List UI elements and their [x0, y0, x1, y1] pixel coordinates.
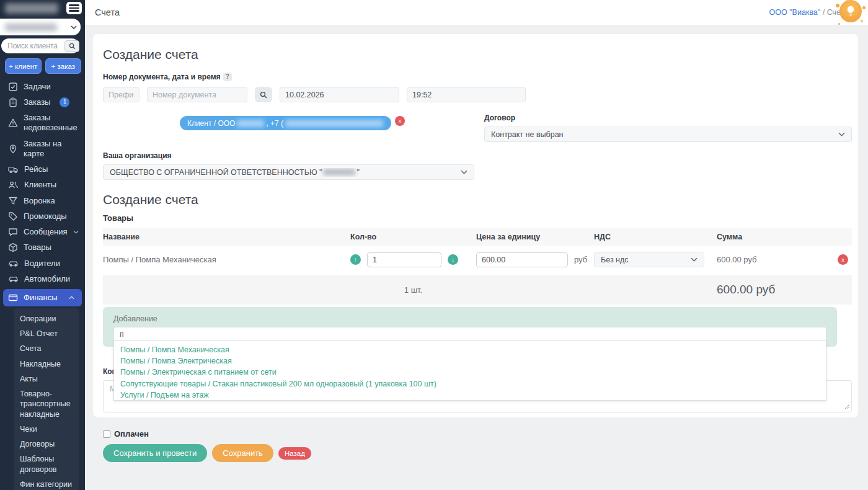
- sidebar-item-messages[interactable]: Сообщения: [0, 225, 85, 240]
- sidebar-item-orders-on-map[interactable]: Заказы на карте: [0, 136, 85, 162]
- sidebar-item-trips[interactable]: Рейсы: [0, 162, 85, 177]
- sidebar-item-drivers[interactable]: Водители: [0, 256, 85, 271]
- qty-cell: ↑ ↓: [350, 246, 476, 274]
- time-input[interactable]: [407, 87, 526, 102]
- back-button[interactable]: Назад: [278, 447, 311, 460]
- row-sum: 600.00 руб: [717, 255, 757, 264]
- suggestion-item[interactable]: Помпы / Помпа Механическая: [114, 344, 826, 355]
- help-icon[interactable]: ?: [223, 73, 232, 81]
- organization-label: Ваша организация: [103, 151, 172, 160]
- menu-toggle-icon[interactable]: [66, 2, 82, 14]
- submenu-item-waybills[interactable]: Накладные: [14, 357, 79, 372]
- vat-select[interactable]: Без ндс: [594, 252, 704, 267]
- vat-select-value: Без ндс: [601, 256, 629, 264]
- suggestion-item[interactable]: Помпы / Электрическая с питанием от сети: [114, 367, 826, 378]
- lightbulb-icon: [839, 0, 862, 22]
- resize-handle-icon[interactable]: [844, 403, 850, 409]
- contract-column: Договор Контракт не выбран: [474, 112, 852, 142]
- chevron-down-icon: [71, 25, 77, 29]
- submenu-item-receipts[interactable]: Чеки: [14, 422, 79, 437]
- sidebar-item-cars[interactable]: Автомобили: [0, 271, 85, 287]
- product-name: Помпы / Помпа Механическая: [103, 249, 350, 270]
- save-button[interactable]: Сохранить: [212, 444, 273, 462]
- qty-decrease-button[interactable]: ↓: [448, 254, 458, 265]
- sidebar-item-orders[interactable]: Заказы 1: [0, 94, 85, 110]
- client-name-blurred: [237, 120, 264, 127]
- sidebar-item-finance[interactable]: Финансы: [3, 289, 82, 306]
- add-product-search-input[interactable]: [113, 327, 826, 342]
- organization-name-suffix: ": [356, 168, 359, 177]
- total-sum: 600.00 руб: [717, 283, 852, 296]
- organization-name-prefix: ОБЩЕСТВО С ОГРАНИЧЕННОЙ ОТВЕТСТВЕННОСТЬЮ…: [110, 168, 322, 177]
- hint-lightbulb-button[interactable]: [837, 0, 864, 26]
- sidebar-item-undelivered-orders[interactable]: Заказы недовезенные: [0, 110, 85, 136]
- nav-label: Промокоды: [24, 212, 67, 221]
- contract-select-value: Контракт не выбран: [491, 130, 564, 139]
- invoice-form-card: Создание счета Номер документа, дата и в…: [93, 34, 858, 417]
- sidebar-item-promocodes[interactable]: Промокоды: [0, 208, 85, 224]
- sidebar-item-clients[interactable]: Клиенты: [0, 177, 85, 193]
- add-product-panel: Добавление Помпы / Помпа Механическая По…: [103, 307, 837, 347]
- sidebar-item-tasks[interactable]: Задачи: [0, 79, 85, 94]
- submenu-item-acts[interactable]: Акты: [14, 372, 79, 386]
- sidebar-item-funnel[interactable]: Воронка: [0, 193, 85, 208]
- contract-select[interactable]: Контракт не выбран: [484, 127, 852, 142]
- doc-number-input[interactable]: [147, 87, 247, 102]
- suggestion-item[interactable]: Сопутствующие товары / Стакан пластиковы…: [114, 378, 826, 390]
- map-pin-icon: [8, 144, 18, 154]
- workspace-name-blurred: [5, 24, 57, 31]
- submenu-item-fin-categories[interactable]: Фин категории: [14, 477, 79, 490]
- paid-checkbox-row: Оплачен: [103, 429, 852, 439]
- col-price: Цена за единицу: [476, 228, 594, 246]
- car-icon: [8, 274, 19, 284]
- nav-label: Автомобили: [24, 274, 70, 284]
- qty-increase-button[interactable]: ↑: [350, 254, 361, 265]
- remove-client-button[interactable]: x: [395, 116, 405, 126]
- warning-icon: [8, 118, 18, 128]
- client-contract-row: Клиент / ООО , +7 ( x Договор Контракт н…: [103, 112, 852, 142]
- workspace-select[interactable]: [0, 19, 81, 35]
- submenu-item-transport-waybills[interactable]: Товарно-транспортные накладные: [14, 386, 79, 422]
- nav-label: Сообщения: [24, 227, 68, 237]
- product-row: Помпы / Помпа Механическая ↑ ↓ руб Без н…: [103, 246, 852, 274]
- submenu-item-pl-report[interactable]: P&L Отчет: [14, 326, 79, 341]
- organization-select[interactable]: ОБЩЕСТВО С ОГРАНИЧЕННОЙ ОТВЕТСТВЕННОСТЬЮ…: [103, 164, 474, 180]
- sidebar-item-goods[interactable]: Товары: [0, 240, 85, 256]
- col-sum: Сумма: [717, 228, 852, 246]
- form-title: Создание счета: [103, 47, 852, 62]
- submenu-item-contract-templates[interactable]: Шаблоны договоров: [14, 452, 79, 477]
- nav-label: Воронка: [24, 196, 55, 206]
- paid-checkbox[interactable]: [103, 430, 110, 438]
- currency-label: руб: [574, 255, 587, 264]
- remove-row-button[interactable]: x: [838, 254, 848, 265]
- breadcrumb-company-link[interactable]: ООО "Виаква": [769, 8, 820, 17]
- price-input[interactable]: [476, 252, 568, 267]
- date-input[interactable]: [280, 87, 399, 102]
- qty-input[interactable]: [367, 252, 441, 267]
- suggestion-item[interactable]: Помпы / Помпа Электрическая: [114, 355, 826, 367]
- suggestion-item[interactable]: Услуги / Подъем на этаж: [114, 390, 826, 401]
- contract-label: Договор: [484, 114, 515, 122]
- breadcrumb-separator: /: [823, 8, 827, 17]
- submenu-item-contracts[interactable]: Договоры: [14, 437, 79, 452]
- products-label: Товары: [103, 213, 852, 223]
- submenu-item-operations[interactable]: Операции: [14, 311, 79, 326]
- chevron-down-icon: [691, 257, 698, 262]
- save-and-post-button[interactable]: Сохранить и провести: [103, 444, 207, 462]
- page: + клиент + заказ Задачи Заказы 1 Заказы …: [0, 0, 868, 490]
- section-title: Создание счета: [103, 192, 852, 207]
- prefix-input[interactable]: [103, 87, 140, 102]
- client-chip-text: Клиент / ООО: [187, 119, 236, 128]
- doc-number-label-row: Номер документа, дата и время?: [103, 71, 852, 82]
- box-icon: [8, 243, 18, 252]
- add-order-button[interactable]: + заказ: [45, 58, 82, 74]
- truck-icon: [8, 164, 19, 174]
- search-icon[interactable]: [64, 40, 79, 52]
- doc-number-search-button[interactable]: [255, 87, 272, 102]
- tasks-icon: [8, 82, 18, 92]
- client-chip[interactable]: Клиент / ООО , +7 (: [180, 116, 391, 130]
- submenu-item-invoices[interactable]: Счета: [14, 341, 79, 356]
- product-suggestions-dropdown: Помпы / Помпа Механическая Помпы / Помпа…: [113, 341, 826, 401]
- add-client-button[interactable]: + клиент: [5, 58, 42, 74]
- products-table-header: Название Кол-во Цена за единицу НДС Сумм…: [103, 228, 852, 246]
